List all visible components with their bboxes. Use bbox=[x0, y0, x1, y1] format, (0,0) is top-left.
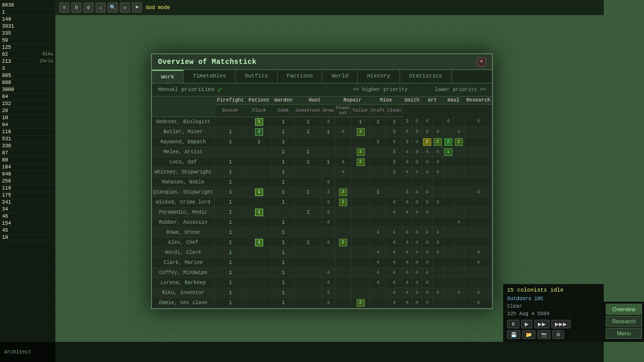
work-cell[interactable] bbox=[247, 177, 272, 187]
work-cell[interactable]: 4 bbox=[402, 298, 412, 308]
pause-icon[interactable]: ⏸ bbox=[71, 3, 82, 13]
work-cell[interactable] bbox=[453, 147, 464, 157]
work-cell[interactable] bbox=[370, 147, 386, 157]
work-cell[interactable]: 4 bbox=[412, 247, 422, 257]
work-cell[interactable]: 4 bbox=[432, 237, 443, 247]
work-cell[interactable] bbox=[443, 227, 453, 237]
work-cell[interactable] bbox=[351, 288, 370, 298]
work-cell[interactable]: 4 bbox=[422, 207, 432, 217]
work-cell[interactable] bbox=[351, 197, 370, 207]
work-cell[interactable] bbox=[351, 278, 370, 288]
work-cell[interactable] bbox=[351, 237, 370, 247]
gear-icon[interactable]: ⚙ bbox=[84, 3, 94, 13]
colonist-name[interactable]: Coffey, Mindwipe bbox=[152, 267, 215, 278]
work-cell[interactable]: 2 bbox=[335, 197, 351, 207]
work-cell[interactable] bbox=[370, 157, 386, 167]
work-cell[interactable] bbox=[432, 257, 443, 267]
work-cell[interactable]: 4 bbox=[422, 278, 432, 288]
work-cell[interactable]: 4 bbox=[402, 157, 412, 167]
work-cell[interactable]: 4 bbox=[386, 267, 402, 278]
work-cell[interactable] bbox=[443, 298, 453, 308]
work-cell[interactable]: 1 bbox=[295, 127, 322, 137]
colonist-name[interactable]: Nordi, Clerk bbox=[152, 247, 215, 257]
table-row[interactable]: Lorena, Barkeep11444444 bbox=[152, 278, 492, 288]
work-cell[interactable]: 4 bbox=[412, 117, 422, 127]
work-cell[interactable] bbox=[464, 157, 492, 167]
work-cell[interactable]: 4 bbox=[422, 237, 432, 247]
work-cell[interactable]: 1 bbox=[272, 127, 295, 137]
work-cell[interactable]: 4 bbox=[321, 217, 335, 227]
work-cell[interactable]: 3 bbox=[412, 127, 422, 137]
work-cell[interactable]: 1 bbox=[215, 298, 247, 308]
work-cell[interactable] bbox=[335, 217, 351, 227]
table-row[interactable]: Paramedic, Medic1114444443 bbox=[152, 207, 492, 217]
colonist-name[interactable]: Redcoat, Biologist bbox=[152, 117, 215, 127]
work-cell[interactable]: 3 bbox=[402, 187, 412, 197]
tab-timetables[interactable]: Timetables bbox=[184, 70, 235, 83]
work-cell[interactable] bbox=[295, 257, 322, 267]
work-cell[interactable]: 4 bbox=[386, 257, 402, 267]
colonist-name[interactable]: Raymond, Empath bbox=[152, 137, 215, 147]
alert-icon[interactable]: ⚠ bbox=[96, 3, 106, 13]
work-cell[interactable]: 1 bbox=[272, 187, 295, 197]
work-cell[interactable] bbox=[464, 267, 492, 278]
work-cell[interactable]: 4 bbox=[321, 288, 335, 298]
work-cell[interactable] bbox=[247, 217, 272, 227]
work-cell[interactable] bbox=[295, 217, 322, 227]
work-cell[interactable]: 2 bbox=[335, 187, 351, 197]
skull-icon[interactable]: ☠ bbox=[120, 3, 130, 13]
work-cell[interactable] bbox=[453, 247, 464, 257]
work-cell[interactable]: 1 bbox=[295, 117, 322, 127]
work-cell[interactable]: 1 bbox=[370, 187, 386, 197]
work-cell[interactable]: 1 bbox=[321, 157, 335, 167]
colonist-name[interactable]: Rowe, Drone bbox=[152, 227, 215, 237]
work-cell[interactable]: 3 bbox=[386, 147, 402, 157]
work-cell[interactable]: 4 bbox=[321, 237, 335, 247]
work-cell[interactable] bbox=[351, 187, 370, 197]
work-cell[interactable]: 3 bbox=[386, 167, 402, 177]
work-cell[interactable] bbox=[422, 217, 432, 227]
work-cell[interactable] bbox=[453, 227, 464, 237]
work-cell[interactable]: 4 bbox=[321, 177, 335, 187]
work-cell[interactable]: 4 bbox=[402, 167, 412, 177]
work-cell[interactable]: 4 bbox=[402, 227, 412, 237]
work-cell[interactable]: 4 bbox=[464, 117, 492, 127]
work-cell[interactable]: 4 bbox=[335, 157, 351, 167]
work-cell[interactable]: 1 bbox=[215, 127, 247, 137]
work-cell[interactable]: 2 bbox=[443, 137, 453, 147]
colonist-name[interactable]: Clark, Marine bbox=[152, 257, 215, 267]
work-cell[interactable] bbox=[351, 257, 370, 267]
work-cell[interactable] bbox=[247, 157, 272, 167]
work-cell[interactable] bbox=[295, 247, 322, 257]
work-cell[interactable]: 4 bbox=[370, 247, 386, 257]
work-cell[interactable] bbox=[335, 288, 351, 298]
work-cell[interactable]: 4 bbox=[412, 237, 422, 247]
work-cell[interactable]: 4 bbox=[386, 278, 402, 288]
work-cell[interactable]: 4 bbox=[422, 187, 432, 197]
work-cell[interactable] bbox=[464, 147, 492, 157]
work-cell[interactable]: 1 bbox=[215, 278, 247, 288]
work-cell[interactable]: 1 bbox=[215, 207, 247, 217]
work-cell[interactable] bbox=[335, 227, 351, 237]
work-cell[interactable]: 4 bbox=[321, 207, 335, 217]
table-row[interactable]: Qianqian, Shipwright1111421344443 bbox=[152, 187, 492, 197]
work-cell[interactable]: 4 bbox=[464, 288, 492, 298]
work-cell[interactable]: 3 bbox=[386, 127, 402, 137]
work-cell[interactable]: 2 bbox=[351, 147, 370, 157]
work-cell[interactable] bbox=[351, 167, 370, 177]
work-cell[interactable]: 1 bbox=[272, 177, 295, 187]
work-cell[interactable]: 1 bbox=[272, 237, 295, 247]
work-cell[interactable]: 1 bbox=[272, 197, 295, 207]
work-cell[interactable] bbox=[370, 298, 386, 308]
work-cell[interactable] bbox=[321, 227, 335, 237]
work-cell[interactable] bbox=[453, 237, 464, 247]
work-cell[interactable] bbox=[453, 267, 464, 278]
table-row[interactable]: Raymond, Empath11134342222324 bbox=[152, 137, 492, 147]
speed-1-button[interactable]: ▶ bbox=[521, 320, 532, 328]
work-cell[interactable] bbox=[335, 278, 351, 288]
menu-button[interactable]: Menu bbox=[606, 328, 642, 339]
work-cell[interactable] bbox=[443, 267, 453, 278]
work-cell[interactable] bbox=[295, 278, 322, 288]
work-cell[interactable] bbox=[412, 217, 422, 227]
flag-icon[interactable]: ⚑ bbox=[132, 3, 142, 13]
